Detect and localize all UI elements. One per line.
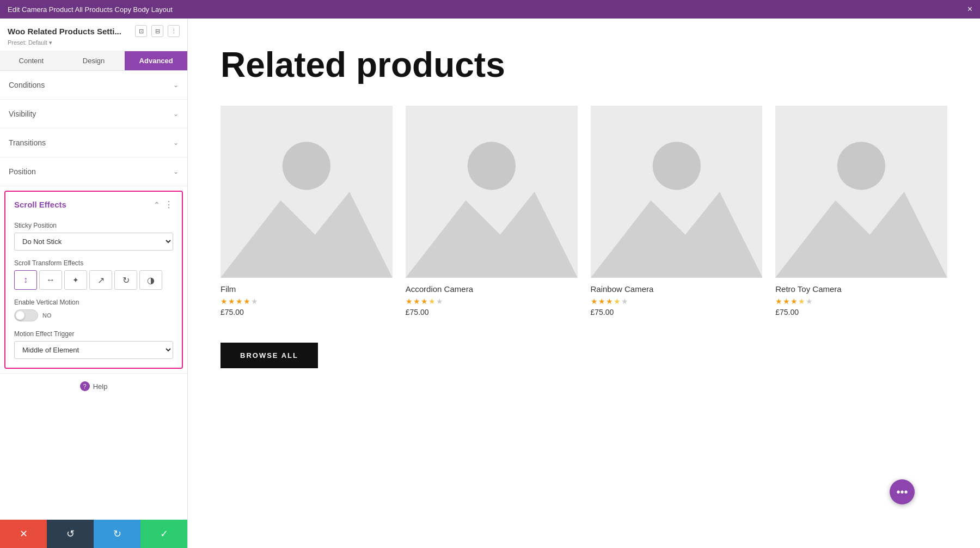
product-image: [591, 106, 763, 278]
tab-design[interactable]: Design: [63, 51, 125, 70]
product-card: Rainbow Camera ★★★★★ £75.00: [591, 106, 763, 316]
product-stars: ★★★★★: [591, 297, 763, 306]
vertical-motion-label: Enable Vertical Motion: [14, 299, 173, 306]
accordion-transitions-header[interactable]: Transitions ⌄: [0, 129, 187, 157]
vertical-scroll-btn[interactable]: ↕: [14, 270, 37, 290]
star-3: ★: [606, 297, 614, 306]
panel-preset[interactable]: Preset: Default ▾: [8, 39, 180, 46]
save-button[interactable]: ✓: [140, 520, 187, 548]
close-icon: ✕: [20, 528, 28, 540]
svg-point-7: [652, 142, 700, 190]
motion-trigger-select[interactable]: Middle of Element Top of Element Bottom …: [14, 341, 173, 359]
accordion-conditions: Conditions ⌄: [0, 71, 187, 100]
fab-icon: •••: [896, 486, 908, 498]
left-panel: Woo Related Products Setti... ⊡ ⊟ ⋮ Pres…: [0, 19, 188, 548]
product-placeholder-svg: [406, 106, 578, 278]
title-bar: Edit Camera Product All Products Copy Bo…: [0, 0, 980, 19]
horizontal-scroll-btn[interactable]: ↔: [39, 270, 62, 290]
star-2: ★: [598, 297, 606, 306]
star-2: ★: [228, 297, 236, 306]
chevron-down-icon-4: ⌄: [173, 168, 179, 175]
product-stars: ★★★★★: [775, 297, 947, 306]
help-icon: ?: [80, 381, 90, 391]
star-half: ★: [428, 297, 436, 306]
horizontal-scroll-icon: ↔: [46, 275, 55, 285]
chevron-down-icon: ⌄: [173, 81, 179, 89]
star-1: ★: [220, 297, 228, 306]
chevron-down-icon-3: ⌄: [173, 139, 179, 147]
accordion-visibility-header[interactable]: Visibility ⌄: [0, 100, 187, 128]
accordion-transitions-label: Transitions: [9, 138, 46, 147]
star-1: ★: [775, 297, 783, 306]
panel-tabs: Content Design Advanced: [0, 51, 187, 71]
accordion-conditions-header[interactable]: Conditions ⌄: [0, 71, 187, 99]
svg-point-4: [467, 142, 515, 190]
blur-btn[interactable]: ✦: [64, 270, 87, 290]
panel-icon-1[interactable]: ⊡: [135, 25, 147, 37]
product-image: [775, 106, 947, 278]
redo-icon: ↻: [113, 528, 121, 540]
scroll-effects-more-icon[interactable]: ⋮: [164, 199, 173, 210]
star-half: ★: [614, 297, 621, 306]
scroll-effects-section: Scroll Effects ⌃ ⋮ Sticky Position Do No…: [4, 191, 183, 369]
toggle-track: [14, 309, 38, 321]
star-2: ★: [783, 297, 791, 306]
star-1: ★: [406, 297, 413, 306]
skew-btn[interactable]: ↗: [89, 270, 112, 290]
product-name: Accordion Camera: [406, 284, 578, 294]
svg-point-1: [283, 142, 330, 190]
page-title: Related products: [220, 46, 947, 84]
product-price: £75.00: [406, 308, 578, 316]
product-stars: ★★★★★: [220, 297, 393, 306]
vertical-motion-toggle[interactable]: [14, 309, 38, 321]
product-grid: Film ★★★★★ £75.00 Accordion Camera ★: [220, 106, 947, 316]
star-3: ★: [236, 297, 243, 306]
panel-icon-3[interactable]: ⋮: [168, 25, 180, 37]
product-placeholder-svg: [220, 106, 393, 278]
help-label: Help: [93, 382, 108, 391]
star-2: ★: [413, 297, 421, 306]
title-bar-close-button[interactable]: ×: [967, 4, 972, 14]
product-placeholder-svg: [591, 106, 763, 278]
rotate-btn[interactable]: ↻: [114, 270, 137, 290]
browse-all-button[interactable]: BROWSE ALL: [220, 343, 318, 368]
toggle-knob: [16, 311, 24, 320]
star-5: ★: [621, 297, 629, 306]
panel-header-icons: ⊡ ⊟ ⋮: [135, 25, 180, 37]
tab-advanced[interactable]: Advanced: [125, 51, 187, 70]
sticky-position-select[interactable]: Do Not Stick Stick to Top Stick to Botto…: [14, 233, 173, 251]
help-link[interactable]: ? Help: [8, 381, 180, 391]
main-layout: Woo Related Products Setti... ⊡ ⊟ ⋮ Pres…: [0, 19, 980, 548]
panel-body: Conditions ⌄ Visibility ⌄ Transitions ⌄: [0, 71, 187, 520]
tab-content[interactable]: Content: [0, 51, 63, 70]
vertical-scroll-icon: ↕: [23, 275, 28, 285]
undo-icon: ↺: [66, 528, 75, 540]
accordion-conditions-label: Conditions: [9, 81, 45, 89]
fab-button[interactable]: •••: [890, 479, 915, 504]
toggle-label: NO: [42, 312, 52, 319]
panel-icon-2[interactable]: ⊟: [151, 25, 163, 37]
vertical-motion-group: Enable Vertical Motion NO: [14, 299, 173, 321]
accordion-position-header[interactable]: Position ⌄: [0, 157, 187, 186]
star-3: ★: [791, 297, 798, 306]
star-3: ★: [421, 297, 428, 306]
product-name: Rainbow Camera: [591, 284, 763, 294]
sticky-position-group: Sticky Position Do Not Stick Stick to To…: [14, 222, 173, 251]
scroll-effects-header[interactable]: Scroll Effects ⌃ ⋮: [5, 192, 182, 217]
redo-button[interactable]: ↻: [94, 520, 140, 548]
scroll-transform-group: Scroll Transform Effects ↕ ↔ ✦: [14, 259, 173, 290]
scroll-effects-header-icons: ⌃ ⋮: [154, 199, 173, 210]
accordion-visibility: Visibility ⌄: [0, 100, 187, 129]
undo-button[interactable]: ↺: [47, 520, 94, 548]
scroll-transform-icons: ↕ ↔ ✦ ↗ ↻: [14, 270, 173, 290]
scroll-effects-title: Scroll Effects: [14, 200, 66, 209]
product-name: Retro Toy Camera: [775, 284, 947, 294]
opacity-btn[interactable]: ◑: [139, 270, 162, 290]
product-placeholder-svg: [775, 106, 947, 278]
accordion-transitions: Transitions ⌄: [0, 129, 187, 157]
star-half: ★: [798, 297, 806, 306]
product-price: £75.00: [775, 308, 947, 316]
save-icon: ✓: [160, 528, 168, 540]
close-button[interactable]: ✕: [0, 520, 47, 548]
content-area: Related products Film ★★★★★ £75.00: [188, 19, 980, 548]
